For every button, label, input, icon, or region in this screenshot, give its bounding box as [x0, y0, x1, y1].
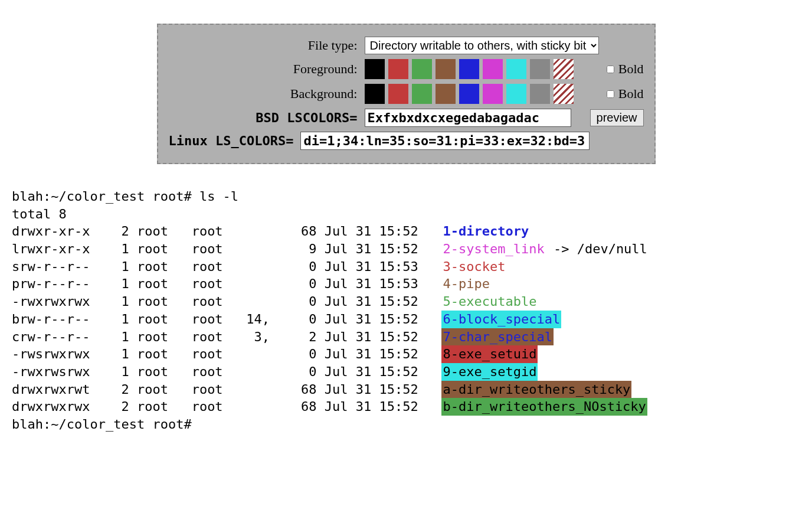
color-swatch[interactable]	[483, 59, 503, 79]
background-swatches	[365, 84, 574, 104]
file-name: 5-executable	[441, 293, 538, 311]
file-name: 7-char_special	[441, 328, 553, 346]
terminal-line: drwxrwxrwx 2 root root 68 Jul 31 15:52 b…	[12, 398, 800, 416]
terminal-line: brw-r--r-- 1 root root 14, 0 Jul 31 15:5…	[12, 311, 800, 328]
terminal-line: blah:~/color_test root# ls -l	[12, 188, 800, 205]
linux-row: Linux LS_COLORS=	[169, 132, 644, 150]
file-name: 8-exe_setuid	[441, 345, 538, 363]
color-swatch[interactable]	[388, 59, 408, 79]
file-type-label: File type:	[169, 38, 365, 53]
file-name: 2-system_link	[441, 240, 545, 258]
bsd-label: BSD LSCOLORS=	[169, 110, 365, 125]
background-bold-label: Bold	[618, 86, 644, 102]
file-name: 6-block_special	[441, 311, 561, 328]
foreground-label: Foreground:	[169, 61, 365, 77]
bsd-row: BSD LSCOLORS= preview	[169, 109, 644, 127]
color-swatch[interactable]	[506, 84, 526, 104]
foreground-bold-checkbox[interactable]	[607, 66, 614, 73]
color-swatch[interactable]	[483, 84, 503, 104]
color-swatch[interactable]	[506, 59, 526, 79]
terminal-line: lrwxr-xr-x 1 root root 9 Jul 31 15:52 2-…	[12, 240, 800, 258]
terminal-line: -rwxrwxrwx 1 root root 0 Jul 31 15:52 5-…	[12, 293, 800, 311]
terminal-output: blah:~/color_test root# ls -ltotal 8drwx…	[12, 188, 800, 433]
background-bold-checkbox[interactable]	[607, 90, 614, 98]
terminal-line: drwxr-xr-x 2 root root 68 Jul 31 15:52 1…	[12, 223, 800, 240]
terminal-line: -rwxrwsrwx 1 root root 0 Jul 31 15:52 9-…	[12, 363, 800, 381]
foreground-bold-label: Bold	[618, 61, 644, 77]
color-swatch[interactable]	[459, 59, 479, 79]
color-swatch[interactable]	[412, 59, 432, 79]
color-swatch[interactable]	[459, 84, 479, 104]
terminal-line: crw-r--r-- 1 root root 3, 2 Jul 31 15:52…	[12, 328, 800, 346]
linux-input[interactable]	[300, 132, 590, 150]
color-swatch[interactable]	[530, 84, 550, 104]
terminal-line: total 8	[12, 205, 800, 223]
config-panel: File type: Directory writable to others,…	[157, 24, 656, 164]
foreground-swatches	[365, 59, 574, 79]
file-name: 1-directory	[441, 223, 530, 240]
foreground-row: Foreground: Bold	[169, 59, 644, 79]
terminal-line: prw-r--r-- 1 root root 0 Jul 31 15:53 4-…	[12, 275, 800, 293]
foreground-bold-control[interactable]: Bold	[604, 61, 644, 77]
color-swatch[interactable]	[412, 84, 432, 104]
file-name: 4-pipe	[441, 275, 490, 293]
color-swatch[interactable]	[530, 59, 550, 79]
color-swatch-default[interactable]	[554, 84, 574, 104]
file-name: a-dir_writeothers_sticky	[441, 381, 631, 399]
background-row: Background: Bold	[169, 84, 644, 104]
terminal-line: drwxrwxrwt 2 root root 68 Jul 31 15:52 a…	[12, 381, 800, 399]
color-swatch[interactable]	[388, 84, 408, 104]
linux-label: Linux LS_COLORS=	[169, 133, 301, 148]
file-name: 3-socket	[441, 258, 506, 276]
terminal-line: -rwsrwxrwx 1 root root 0 Jul 31 15:52 8-…	[12, 345, 800, 363]
background-bold-control[interactable]: Bold	[604, 86, 644, 102]
color-swatch[interactable]	[436, 84, 456, 104]
bsd-input[interactable]	[365, 109, 571, 127]
terminal-line: srw-r--r-- 1 root root 0 Jul 31 15:53 3-…	[12, 258, 800, 276]
background-label: Background:	[169, 86, 365, 102]
file-type-select[interactable]: Directory writable to others, with stick…	[365, 37, 599, 54]
file-name: 9-exe_setgid	[441, 363, 538, 381]
terminal-line: blah:~/color_test root#	[12, 416, 800, 433]
color-swatch-default[interactable]	[554, 59, 574, 79]
color-swatch[interactable]	[436, 59, 456, 79]
file-name: b-dir_writeothers_NOsticky	[441, 398, 647, 416]
preview-button[interactable]: preview	[590, 109, 644, 126]
file-type-row: File type: Directory writable to others,…	[169, 37, 644, 54]
color-swatch[interactable]	[365, 84, 385, 104]
color-swatch[interactable]	[365, 59, 385, 79]
